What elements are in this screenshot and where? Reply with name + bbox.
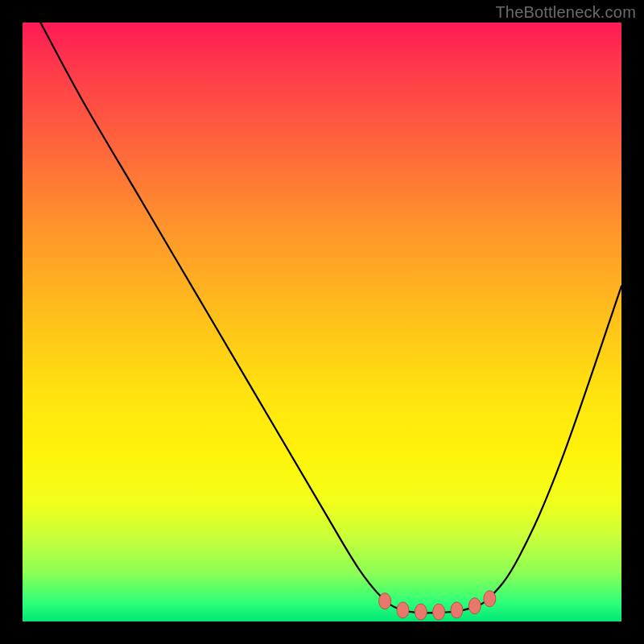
bottleneck-markers [379,591,496,620]
marker-dot [415,604,427,620]
marker-dot [379,593,391,609]
watermark-text: TheBottleneck.com [495,3,636,22]
marker-dot [451,602,463,618]
plot-area [23,23,621,621]
marker-dot [397,602,409,618]
chart-frame: TheBottleneck.com [0,0,644,644]
curve-layer [23,23,621,621]
marker-dot [433,604,445,620]
marker-dot [469,598,481,614]
marker-dot [484,591,496,607]
bottleneck-curve [40,23,621,613]
